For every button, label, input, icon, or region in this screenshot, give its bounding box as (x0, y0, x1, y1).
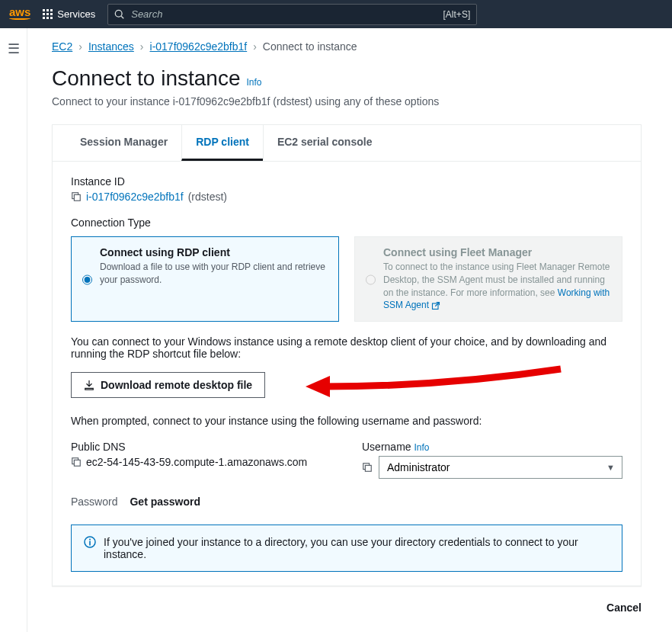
tab-serial-console[interactable]: EC2 serial console (263, 125, 386, 161)
option-fleet-title: Connect using Fleet Manager (383, 246, 611, 258)
aws-logo[interactable]: aws (9, 8, 30, 20)
chevron-right-icon: › (140, 40, 144, 53)
download-rdp-label: Download remote desktop file (101, 379, 252, 391)
connection-type-label: Connection Type (71, 217, 622, 229)
tabs: Session Manager RDP client EC2 serial co… (53, 125, 641, 162)
instance-id-label: Instance ID (71, 175, 622, 188)
instance-id-link[interactable]: i-017f0962c9e2bfb1f (86, 191, 184, 203)
svg-point-11 (89, 539, 91, 541)
breadcrumb: EC2 › Instances › i-017f0962c9e2bfb1f › … (52, 40, 642, 53)
svg-line-1 (121, 16, 123, 18)
cancel-button[interactable]: Cancel (606, 602, 642, 614)
option-fleet-desc: To connect to the instance using Fleet M… (383, 261, 611, 312)
arrow-icon (306, 365, 565, 403)
directory-info-box: If you've joined your instance to a dire… (71, 525, 622, 572)
get-password-link[interactable]: Get password (130, 496, 200, 508)
info-link[interactable]: Info (247, 77, 262, 88)
svg-rect-3 (74, 194, 80, 201)
username-info-link[interactable]: Info (414, 442, 429, 453)
footer: Cancel (52, 586, 642, 614)
grid-icon (43, 9, 53, 19)
option-rdp-client[interactable]: Connect using RDP client Download a file… (71, 236, 339, 322)
password-row: Password Get password (71, 496, 622, 508)
username-select-wrap: ▼ (379, 456, 622, 479)
public-dns-value: ec2-54-145-43-59.compute-1.amazonaws.com (86, 456, 307, 468)
chevron-right-icon: › (253, 40, 257, 53)
panel-body: Instance ID i-017f0962c9e2bfb1f (rdstest… (53, 162, 641, 585)
svg-rect-7 (74, 460, 80, 467)
directory-info-text: If you've joined your instance to a dire… (104, 536, 610, 560)
copy-icon[interactable] (362, 462, 373, 473)
public-dns-line: ec2-54-145-43-59.compute-1.amazonaws.com (71, 456, 331, 468)
crumb-current: Connect to instance (263, 40, 357, 53)
hamburger-icon[interactable]: ☰ (8, 40, 20, 632)
top-nav: aws Services [Alt+S] (0, 0, 672, 28)
option-rdp-title: Connect using RDP client (100, 246, 328, 258)
radio-rdp-client[interactable] (82, 248, 92, 312)
download-rdp-button[interactable]: Download remote desktop file (71, 372, 265, 398)
page-title-text: Connect to instance (52, 66, 241, 91)
password-label: Password (71, 496, 117, 508)
public-dns-col: Public DNS ec2-54-145-43-59.compute-1.am… (71, 441, 331, 479)
chevron-right-icon: › (78, 40, 82, 53)
connection-options: Connect using RDP client Download a file… (71, 236, 622, 322)
copy-icon[interactable] (71, 457, 82, 467)
page-title: Connect to instance Info (52, 66, 642, 91)
username-row: ▼ (362, 456, 622, 479)
svg-marker-5 (306, 376, 330, 397)
aws-logo-text: aws (9, 8, 30, 17)
svg-point-0 (116, 10, 123, 17)
username-label-text: Username (362, 441, 411, 453)
aws-smile-icon (9, 17, 30, 20)
para-connect-info: You can connect to your Windows instance… (71, 335, 622, 360)
public-dns-label: Public DNS (71, 441, 331, 453)
search-shortcut: [Alt+S] (443, 9, 471, 20)
option-rdp-desc: Download a file to use with your RDP cli… (100, 261, 328, 287)
svg-rect-9 (365, 466, 371, 472)
info-icon (84, 536, 96, 548)
search-input[interactable] (131, 8, 437, 20)
username-label: Username Info (362, 441, 622, 453)
option-fleet-manager: Connect using Fleet Manager To connect t… (354, 236, 622, 322)
sidebar-toggle-col: ☰ (0, 28, 27, 632)
download-icon (84, 380, 94, 390)
crumb-instances[interactable]: Instances (88, 40, 134, 53)
tab-rdp-client[interactable]: RDP client (181, 125, 263, 161)
instance-id-line: i-017f0962c9e2bfb1f (rdstest) (71, 191, 622, 203)
main-content: EC2 › Instances › i-017f0962c9e2bfb1f › … (27, 28, 672, 632)
services-menu[interactable]: Services (43, 8, 95, 20)
credential-columns: Public DNS ec2-54-145-43-59.compute-1.am… (71, 441, 622, 479)
username-col: Username Info ▼ (362, 441, 622, 479)
copy-icon[interactable] (71, 191, 82, 202)
radio-fleet-manager (366, 248, 376, 312)
search-icon (114, 9, 125, 20)
instance-name: (rdstest) (188, 191, 227, 203)
connect-panel: Session Manager RDP client EC2 serial co… (52, 124, 642, 586)
crumb-instance-id[interactable]: i-017f0962c9e2bfb1f (150, 40, 248, 53)
page-subtitle: Connect to your instance i-017f0962c9e2b… (52, 95, 642, 107)
global-search[interactable]: [Alt+S] (107, 4, 477, 25)
svg-rect-12 (89, 541, 91, 546)
services-label: Services (57, 8, 95, 20)
crumb-ec2[interactable]: EC2 (52, 40, 72, 53)
username-select[interactable] (379, 456, 622, 479)
external-link-icon (431, 301, 440, 310)
tab-session-manager[interactable]: Session Manager (66, 125, 181, 161)
para-credentials: When prompted, connect to your instance … (71, 415, 622, 427)
